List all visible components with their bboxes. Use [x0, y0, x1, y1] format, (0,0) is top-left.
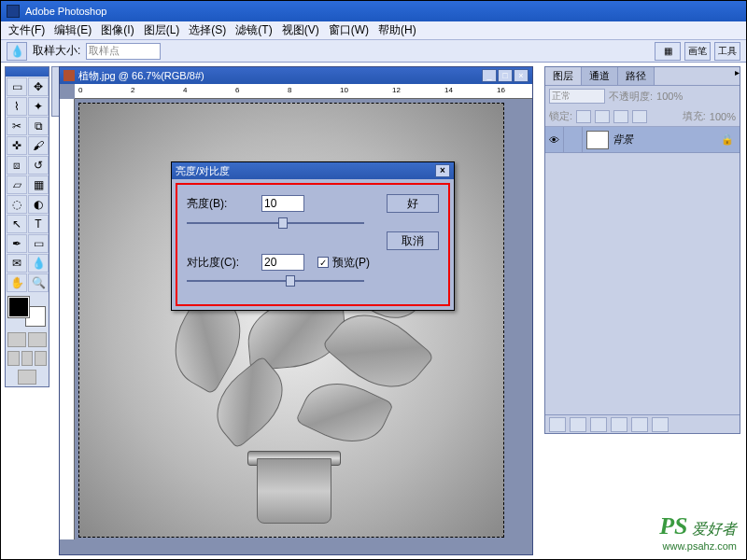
hand-tool-icon[interactable]: ✋ — [7, 273, 27, 292]
ruler-horizontal: 0 2 4 6 8 10 12 14 16 — [75, 84, 532, 99]
tools-tab[interactable]: 工具 — [714, 42, 740, 61]
menu-select[interactable]: 选择(S) — [185, 21, 230, 39]
layer-style-icon[interactable] — [549, 417, 566, 432]
toolbox-grip[interactable] — [6, 67, 49, 77]
layers-panel: 图层 通道 路径 ▸ 正常 不透明度: 100% 锁定: 填充: 100% 👁 … — [544, 66, 740, 434]
brightness-slider-thumb[interactable] — [278, 217, 288, 229]
document-title: 植物.jpg @ 66.7%(RGB/8#) — [78, 69, 204, 83]
quickmask-mode-icon[interactable] — [28, 332, 47, 347]
dodge-tool-icon[interactable]: ◐ — [28, 195, 49, 214]
wand-tool-icon[interactable]: ✦ — [28, 97, 49, 116]
standard-mode-icon[interactable] — [7, 332, 26, 347]
eyedropper-tool-icon[interactable]: 💧 — [28, 254, 49, 273]
menu-window[interactable]: 窗口(W) — [325, 21, 373, 39]
lock-transparency-icon[interactable] — [576, 110, 591, 123]
eyedropper-icon[interactable]: 💧 — [7, 42, 27, 61]
shape-tool-icon[interactable]: ▭ — [28, 234, 49, 253]
notes-tool-icon[interactable]: ✉ — [7, 254, 27, 273]
tab-channels[interactable]: 通道 — [582, 67, 618, 85]
new-set-icon[interactable] — [590, 417, 607, 432]
menu-layer[interactable]: 图层(L) — [140, 21, 184, 39]
layer-mask-icon[interactable] — [570, 417, 586, 432]
brushes-tab[interactable]: 画笔 — [684, 42, 711, 61]
menu-file[interactable]: 文件(F) — [5, 21, 49, 39]
contrast-input[interactable] — [261, 254, 304, 271]
eraser-tool-icon[interactable]: ▱ — [7, 175, 27, 194]
contrast-label: 对比度(C): — [187, 255, 261, 271]
screen-mode-3-icon[interactable] — [35, 351, 47, 366]
move-tool-icon[interactable]: ✥ — [28, 77, 49, 96]
menu-help[interactable]: 帮助(H) — [374, 21, 420, 39]
history-brush-icon[interactable]: ↺ — [28, 156, 49, 175]
layer-row[interactable]: 👁 背景 🔒 — [545, 127, 740, 153]
layers-footer — [545, 414, 740, 433]
lasso-tool-icon[interactable]: ⌇ — [7, 97, 27, 116]
cancel-button[interactable]: 取消 — [387, 231, 439, 250]
palette-well-icon[interactable]: ▦ — [655, 42, 681, 61]
dialog-close-button[interactable]: × — [435, 164, 450, 177]
ruler-tick: 10 — [340, 86, 348, 94]
gradient-tool-icon[interactable]: ▦ — [28, 175, 49, 194]
panel-menu-icon[interactable]: ▸ — [735, 67, 740, 85]
path-tool-icon[interactable]: ↖ — [7, 215, 27, 233]
link-icon[interactable] — [564, 127, 583, 152]
preview-checkbox[interactable]: ✓ — [317, 257, 329, 268]
delete-layer-icon[interactable] — [652, 417, 669, 432]
layer-name[interactable]: 背景 — [613, 133, 633, 147]
type-tool-icon[interactable]: T — [28, 215, 49, 233]
slice-tool-icon[interactable]: ⧉ — [28, 117, 49, 135]
lock-position-icon[interactable] — [613, 110, 628, 123]
menu-filter[interactable]: 滤镜(T) — [232, 21, 275, 39]
menu-edit[interactable]: 编辑(E) — [50, 21, 95, 39]
brightness-label: 亮度(B): — [187, 196, 261, 212]
new-layer-icon[interactable] — [631, 417, 648, 432]
tab-paths[interactable]: 路径 — [618, 67, 655, 85]
layer-thumbnail[interactable] — [586, 131, 609, 149]
color-swatch[interactable] — [7, 295, 48, 329]
contrast-slider-thumb[interactable] — [286, 275, 295, 287]
menu-image[interactable]: 图像(I) — [97, 21, 137, 39]
lock-all-icon[interactable] — [632, 110, 647, 123]
brightness-input[interactable] — [261, 195, 304, 212]
blur-tool-icon[interactable]: ◌ — [7, 195, 27, 214]
maximize-button[interactable]: □ — [498, 69, 513, 82]
adjustment-layer-icon[interactable] — [611, 417, 627, 432]
close-button[interactable]: × — [514, 69, 529, 82]
ruler-tick: 0 — [78, 86, 82, 94]
fill-value[interactable]: 100% — [710, 111, 736, 122]
contrast-slider[interactable] — [187, 274, 364, 287]
brightness-slider[interactable] — [187, 217, 364, 230]
brightness-contrast-dialog: 亮度/对比度 × 亮度(B): 好 取消 对比度(C): ✓ 预览 — [171, 161, 455, 311]
ruler-tick: 4 — [183, 86, 187, 94]
app-icon — [7, 5, 20, 18]
foreground-color[interactable] — [8, 297, 29, 317]
stamp-tool-icon[interactable]: ⧇ — [7, 156, 27, 175]
crop-tool-icon[interactable]: ✂ — [7, 117, 27, 135]
ok-button[interactable]: 好 — [387, 194, 439, 213]
dialog-titlebar[interactable]: 亮度/对比度 × — [172, 162, 454, 179]
zoom-tool-icon[interactable]: 🔍 — [28, 273, 49, 292]
lock-pixels-icon[interactable] — [595, 110, 610, 123]
blend-mode-dropdown[interactable]: 正常 — [549, 89, 605, 104]
heal-tool-icon[interactable]: ✜ — [7, 136, 27, 155]
options-bar: 💧 取样大小: 取样点 ▦ 画笔 工具 — [1, 40, 746, 63]
document-titlebar[interactable]: 植物.jpg @ 66.7%(RGB/8#) _ □ × — [60, 67, 532, 84]
document-icon — [63, 70, 75, 81]
minimize-button[interactable]: _ — [482, 69, 497, 82]
dialog-title: 亮度/对比度 — [176, 164, 230, 178]
opacity-label: 不透明度: — [609, 90, 653, 104]
fill-label: 填充: — [683, 109, 706, 123]
menu-view[interactable]: 视图(V) — [278, 21, 323, 39]
marquee-tool-icon[interactable]: ▭ — [7, 77, 27, 96]
screen-mode-2-icon[interactable] — [21, 351, 34, 366]
screen-mode-1-icon[interactable] — [7, 351, 20, 366]
ruler-tick: 12 — [392, 86, 401, 94]
tab-layers[interactable]: 图层 — [545, 67, 582, 85]
opacity-value[interactable]: 100% — [656, 91, 683, 102]
sample-size-dropdown[interactable]: 取样点 — [86, 43, 161, 60]
visibility-icon[interactable]: 👁 — [545, 127, 564, 152]
pen-tool-icon[interactable]: ✒ — [7, 234, 27, 253]
brush-tool-icon[interactable]: 🖌 — [28, 136, 49, 155]
imageready-icon[interactable] — [18, 370, 36, 385]
toolbox: ▭ ✥ ⌇ ✦ ✂ ⧉ ✜ 🖌 ⧇ ↺ ▱ ▦ ◌ ◐ ↖ T ✒ ▭ ✉ 💧 … — [5, 66, 49, 387]
